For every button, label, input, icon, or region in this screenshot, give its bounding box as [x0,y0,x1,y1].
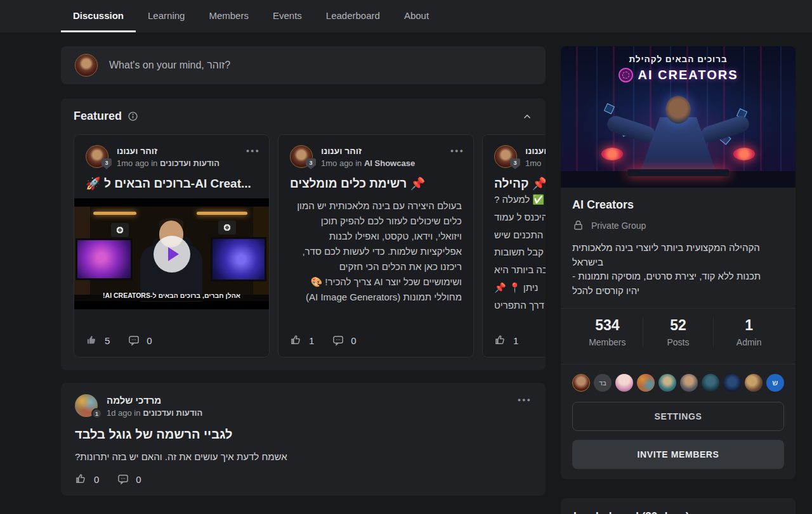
author-avatar[interactable]: 1 [75,394,98,417]
privacy-label: Private Group [591,221,646,231]
category-link[interactable]: הודעות ועדכונים [143,408,202,418]
tab-events[interactable]: Events [261,0,314,32]
speaker [218,221,236,235]
post-composer[interactable]: What's on your mind, זוהר? [61,46,546,84]
comment-button[interactable]: 0 [117,473,141,485]
member-avatar[interactable] [572,374,590,392]
like-button[interactable]: 0 [75,473,99,485]
feed-post[interactable]: 1 מרדכי שלמה 1d ago in הודעות ועדכונים ●… [61,383,546,496]
like-button[interactable]: 1 [494,334,518,347]
post-body-line: בה ביותר היא [483,261,546,279]
author-name[interactable]: זוהר וענונו [525,146,546,156]
thumbs-up-icon [290,334,303,347]
video-thumbnail[interactable]: אהלן חברים, ברוכים הבאים ל-AI CREATORS! [74,198,269,309]
invite-members-button[interactable]: INVITE MEMBERS [572,440,784,469]
group-card: ברוכים הבאים לקהילת AI CREATORS AI Creat… [561,46,796,479]
post-title[interactable]: 📌 רשימת כלים מומלצים [278,168,473,191]
post-title[interactable]: 📌 קהילה [483,168,546,191]
collapse-chevron-up-icon[interactable] [521,111,533,122]
tab-learning[interactable]: Learning [136,0,197,32]
more-options-icon[interactable]: ●●● [518,394,532,403]
like-count: 5 [105,335,110,346]
info-icon[interactable] [128,111,138,122]
author-avatar[interactable]: 3 [494,145,517,168]
featured-card-tools[interactable]: 3 זוהר וענונו 1mo ago in AI Showcase ●●●… [278,134,474,357]
monitor-left [75,238,133,280]
comment-icon [117,473,129,485]
member-avatar[interactable] [723,374,741,392]
monitor-right [211,237,266,281]
group-name: AI Creators [572,198,784,212]
stat-posts[interactable]: 52 Posts [643,317,714,347]
post-meta: 1mo ago in AI Showcase [321,158,442,168]
post-body: בעולם היצירה עם בינה מלאכותית יש המון כל… [278,191,473,305]
member-avatar[interactable] [680,374,698,392]
group-banner[interactable]: ברוכים הבאים לקהילת AI CREATORS [561,46,796,188]
like-count: 0 [94,474,99,485]
video-caption: אהלן חברים, ברוכים הבאים ל-AI CREATORS! [74,292,269,299]
sidebar: ברוכים הבאים לקהילת AI CREATORS AI Creat… [561,46,796,514]
post-meta: 1mo [525,158,546,168]
member-avatar[interactable] [658,374,676,392]
glowing-hand [601,148,623,160]
post-body-line: התכנים שיש [483,226,546,244]
glowing-hand [733,148,755,160]
comment-icon [128,334,140,347]
more-options-icon[interactable]: ●●● [246,145,260,154]
like-count: 1 [513,335,518,346]
post-body-line: ניתן 📍 📌 [483,279,546,297]
featured-heading: Featured [74,110,122,123]
brain-logo-icon [619,68,633,82]
group-stats: 534 Members 52 Posts 1 Admin [572,309,784,354]
member-avatar[interactable]: ש [766,374,784,392]
studio-light [197,212,247,215]
member-avatar[interactable]: בד [594,374,612,392]
keyboard [627,169,729,176]
composer-prompt[interactable]: What's on your mind, זוהר? [109,60,230,71]
featured-card-community[interactable]: 3 זוהר וענונו 1mo 📌 קהילה ✅ למעלה ? היכנ… [482,134,546,357]
member-avatar[interactable] [615,374,633,392]
top-navigation: Discussion Learning Members Events Leade… [0,0,812,32]
studio-light [93,212,136,215]
comment-count: 0 [136,474,141,485]
tab-leaderboard[interactable]: Leaderboard [314,0,392,32]
category-link[interactable]: הודעות ועדכונים [160,158,219,168]
comment-count: 0 [147,335,152,346]
post-title[interactable]: 🚀 ברוכים הבאים ל-AI Creat... [74,168,269,191]
featured-carousel: 3 זוהר וענונו 1mo ago in הודעות ועדכונים… [74,134,546,357]
like-button[interactable]: 1 [290,334,314,347]
settings-button[interactable]: SETTINGS [572,402,784,431]
thumbs-up-icon [494,334,507,347]
lock-icon [572,219,584,231]
author-avatar[interactable]: 3 [290,145,313,168]
comment-button[interactable]: 0 [128,334,152,347]
member-avatar[interactable] [702,374,719,392]
author-name[interactable]: זוהר וענונו [117,146,238,156]
author-name[interactable]: מרדכי שלמה [107,395,509,406]
play-icon[interactable] [154,236,190,273]
author-name[interactable]: זוהר וענונו [321,146,442,156]
post-body: אשמח לדעת איך עושים את זה. והאם יש בזה י… [75,451,532,462]
stat-members[interactable]: 534 Members [572,317,643,347]
author-avatar[interactable]: 3 [86,145,108,168]
member-avatar[interactable] [745,374,763,392]
comment-count: 0 [351,335,356,346]
tab-about[interactable]: About [392,0,441,32]
current-user-avatar[interactable] [75,54,98,77]
leaderboard-heading: Leaderboard (30-days) [573,510,783,514]
stat-admins[interactable]: 1 Admin [713,317,784,347]
more-options-icon[interactable]: ●●● [450,145,464,154]
post-body-line: קבל תשובות [483,243,546,261]
comment-button[interactable]: 0 [332,334,356,347]
post-title[interactable]: לגביי הרשמה של גוגל בלבד [75,427,532,442]
featured-card-welcome[interactable]: 3 זוהר וענונו 1mo ago in הודעות ועדכונים… [74,134,270,357]
post-meta: 1mo ago in הודעות ועדכונים [117,158,238,168]
like-button[interactable]: 5 [86,334,110,347]
member-avatar[interactable] [637,374,655,392]
tab-members[interactable]: Members [197,0,261,32]
thumbs-up-icon [75,473,88,485]
category-link[interactable]: AI Showcase [364,158,415,168]
tab-discussion[interactable]: Discussion [61,0,136,32]
banner-welcome-text: ברוכים הבאים לקהילת [561,55,796,64]
featured-section: Featured 3 זוהר וענונו 1mo ago in הודעות… [61,98,546,370]
